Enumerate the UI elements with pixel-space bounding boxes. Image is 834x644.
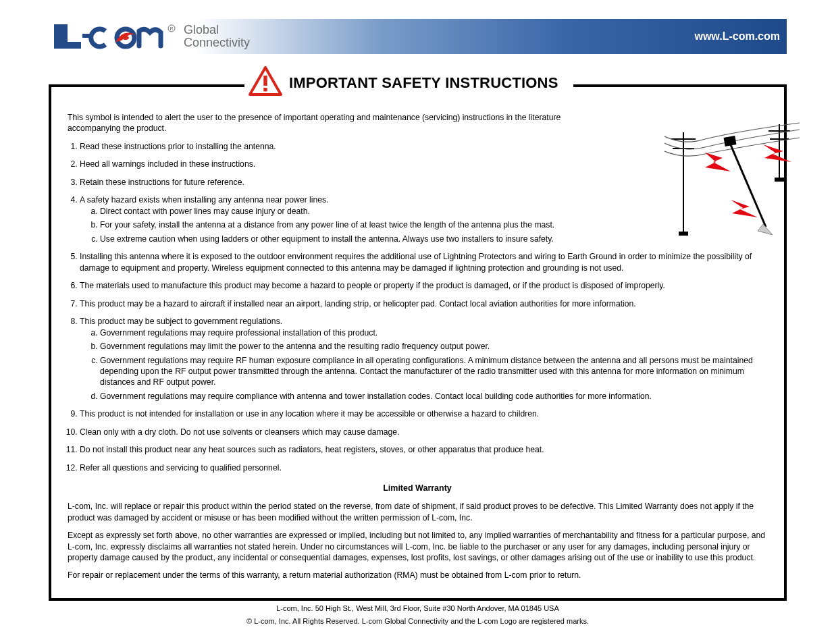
svg-rect-6 (263, 88, 267, 91)
instr-1: Read these instructions prior to install… (80, 141, 767, 152)
instr-11: Do not install this product near any hea… (80, 444, 767, 455)
instr-8d: Government regulations may require compl… (100, 391, 767, 402)
svg-point-2 (122, 36, 129, 40)
instr-9: This product is not intended for install… (80, 408, 767, 419)
footer-address: L-com, Inc. 50 High St., West Mill, 3rd … (49, 603, 787, 614)
instr-4-sub: Direct contact with power lines may caus… (100, 206, 767, 244)
svg-rect-14 (775, 178, 783, 181)
tagline-line2: Connectivity (184, 36, 250, 49)
instr-8a: Government regulations may require profe… (100, 327, 767, 338)
warranty-title: Limited Warranty (68, 483, 767, 494)
instr-8: This product may be subject to governmen… (80, 316, 767, 402)
caution-heading-row: IMPORTANT SAFETY INSTRUCTIONS (49, 66, 787, 100)
instr-4: A safety hazard exists when installing a… (80, 194, 767, 244)
instr-4b: For your safety, install the antenna at … (100, 219, 767, 230)
instr-8b: Government regulations may limit the pow… (100, 341, 767, 352)
instr-8c: Government regulations may require RF hu… (100, 355, 767, 388)
instr-7: This product may be a hazard to aircraft… (80, 298, 767, 309)
instr-4a: Direct contact with power lines may caus… (100, 206, 767, 217)
warranty-p2: Except as expressly set forth above, no … (68, 530, 767, 563)
footer-copyright: © L-com, Inc. All Rights Reserved. L-com… (49, 616, 787, 626)
tagline-line1: Global (184, 24, 250, 36)
instr-6: The materials used to manufacture this p… (80, 280, 767, 291)
logo-area: R Global Connectivity (49, 19, 250, 54)
instr-12: Refer all questions and servicing to qua… (80, 462, 767, 473)
instr-2: Heed all warnings included in these inst… (80, 159, 767, 169)
instr-4c: Use extreme caution when using ladders o… (100, 234, 767, 244)
header-banner: R Global Connectivity www.L-com.com (49, 19, 787, 54)
caution-heading-text: IMPORTANT SAFETY INSTRUCTIONS (289, 74, 558, 92)
instr-4-lead: A safety hazard exists when installing a… (80, 195, 329, 205)
document-body: This symbol is intended to alert the use… (68, 112, 767, 588)
svg-text:R: R (170, 26, 173, 31)
warranty-p1: L-com, Inc. will replace or repair this … (68, 501, 767, 523)
logo-tagline: Global Connectivity (184, 24, 250, 49)
lcom-logo: R (51, 22, 180, 51)
instr-8-lead: This product may be subject to governmen… (80, 317, 282, 326)
svg-rect-5 (263, 76, 267, 86)
instr-5: Installing this antenna where it is expo… (80, 251, 767, 273)
instr-8-sub: Government regulations may require profe… (100, 327, 767, 402)
warning-triangle-icon (249, 66, 282, 100)
warranty-p3: For repair or replacement under the term… (68, 570, 767, 581)
intro-paragraph: This symbol is intended to alert the use… (68, 112, 601, 134)
instruction-list: Read these instructions prior to install… (80, 141, 767, 473)
instr-3: Retain these instructions for future ref… (80, 177, 767, 188)
page-footer: L-com, Inc. 50 High St., West Mill, 3rd … (49, 603, 787, 626)
instr-10: Clean only with a dry cloth. Do not use … (80, 427, 767, 437)
svg-marker-19 (763, 144, 791, 162)
header-url: www.L-com.com (694, 30, 780, 43)
